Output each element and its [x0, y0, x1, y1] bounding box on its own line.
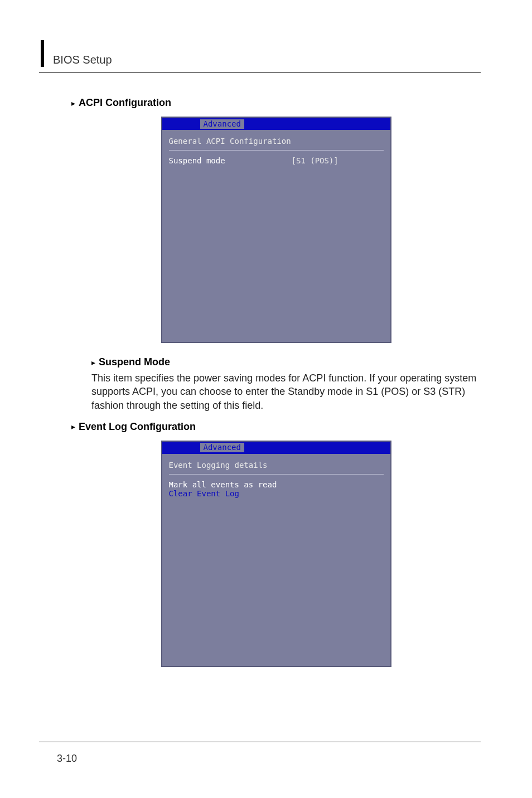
page: BIOS Setup ▸ ACPI Configuration Advanced… [0, 0, 532, 798]
bios-divider [169, 474, 384, 475]
bios-row-suspend-mode[interactable]: Suspend mode [S1 (POS)] [169, 156, 384, 165]
bios-inner-acpi: General ACPI Configuration Suspend mode … [162, 130, 390, 342]
suspend-mode-heading: Suspend Mode [99, 356, 170, 368]
page-number: 3-10 [57, 753, 77, 765]
tab-advanced[interactable]: Advanced [200, 119, 244, 129]
suspend-mode-body: This item specifies the power saving mod… [91, 371, 481, 412]
content-area: ▸ ACPI Configuration Advanced General AC… [71, 95, 481, 680]
acpi-heading: ACPI Configuration [79, 97, 171, 109]
footer-rule [39, 742, 481, 742]
bios-row-mark-all-read[interactable]: Mark all events as read [169, 480, 384, 489]
bios-tabbar: Advanced [162, 118, 390, 130]
bios-row-value: [S1 (POS)] [292, 156, 338, 165]
bios-row-clear-log[interactable]: Clear Event Log [169, 489, 384, 498]
bios-inner-eventlog: Event Logging details Mark all events as… [162, 454, 390, 666]
header-bar [41, 40, 44, 67]
triangle-right-icon: ▸ [91, 359, 95, 366]
triangle-right-icon: ▸ [71, 423, 75, 431]
acpi-heading-row: ▸ ACPI Configuration [71, 97, 481, 109]
bios-section-title-eventlog: Event Logging details [169, 457, 384, 474]
page-header-title: BIOS Setup [53, 54, 112, 66]
bios-panel-eventlog: Advanced Event Logging details Mark all … [161, 441, 391, 667]
eventlog-heading-row: ▸ Event Log Configuration [71, 421, 481, 433]
header-rule [39, 72, 481, 73]
bios-action-clear-log: Clear Event Log [169, 489, 239, 498]
bios-panel-acpi: Advanced General ACPI Configuration Susp… [161, 117, 391, 343]
bios-tabbar: Advanced [162, 442, 390, 454]
tab-advanced[interactable]: Advanced [200, 443, 244, 452]
eventlog-heading: Event Log Configuration [79, 421, 196, 433]
bios-row-label: Suspend mode [169, 156, 292, 165]
bios-section-title-acpi: General ACPI Configuration [169, 133, 384, 150]
suspend-mode-heading-row: ▸ Suspend Mode [91, 356, 481, 368]
triangle-right-icon: ▸ [71, 99, 75, 107]
bios-divider [169, 150, 384, 151]
bios-action-mark-all-read: Mark all events as read [169, 480, 277, 489]
